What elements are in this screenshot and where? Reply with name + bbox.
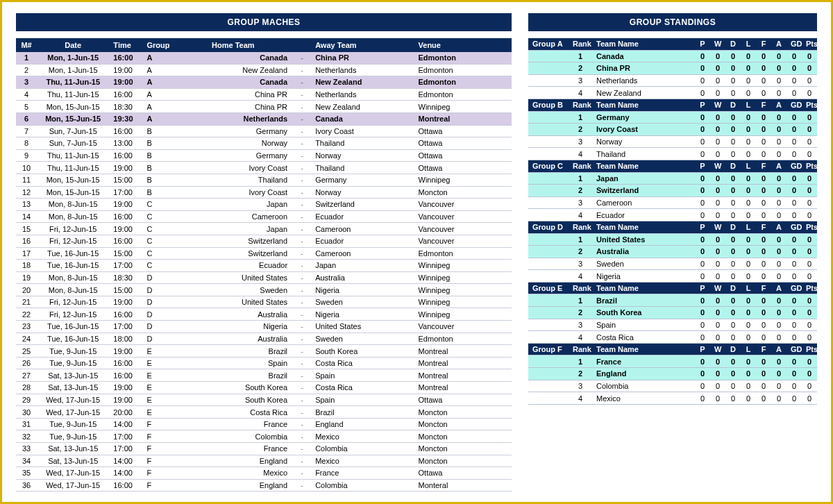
match-num: 30 <box>16 406 37 419</box>
match-group: C <box>142 247 173 260</box>
stat-gd: 0 <box>786 246 802 258</box>
match-date: Fri, 12-Jun-15 <box>37 296 109 308</box>
dash-icon: - <box>293 369 311 382</box>
stat-a: 0 <box>771 307 786 319</box>
venue: Vancouver <box>414 199 512 211</box>
venue: Winnipeg <box>414 260 512 272</box>
venue: Moncton <box>414 418 512 430</box>
dash-icon: - <box>293 112 311 125</box>
col-dash <box>293 38 311 52</box>
rank: 1 <box>569 50 592 62</box>
venue: Winnipeg <box>414 308 512 321</box>
stat-pts: 0 <box>802 62 817 75</box>
away-team: Netherlands <box>311 64 414 76</box>
col-d: D <box>725 38 741 50</box>
col-away: Away Team <box>311 38 414 52</box>
stat-w: 0 <box>710 380 725 392</box>
match-num: 21 <box>16 296 37 308</box>
home-team: Ivory Coast <box>174 162 293 174</box>
col-p: P <box>695 160 710 172</box>
stat-f: 0 <box>756 258 771 270</box>
col-f: F <box>756 99 771 111</box>
stat-gd: 0 <box>786 392 802 405</box>
table-row: 34Sat, 13-Jun-1514:00FEngland-MexicoMonc… <box>16 455 512 467</box>
standings-row: 3Colombia00000000 <box>528 380 817 392</box>
team-name: Canada <box>592 50 695 62</box>
col-a: A <box>771 221 786 233</box>
standings-row: 4Costa Rica00000000 <box>528 331 817 344</box>
stat-gd: 0 <box>786 368 802 380</box>
table-row: 28Sat, 13-Jun-1519:00ESouth Korea-Costa … <box>16 382 512 394</box>
table-row: 27Sat, 13-Jun-1516:00EBrazil-SpainMontre… <box>16 369 512 382</box>
rank: 1 <box>569 172 592 185</box>
stat-d: 0 <box>725 111 741 124</box>
blank <box>528 74 569 87</box>
stat-w: 0 <box>710 294 725 307</box>
rank: 3 <box>569 135 592 148</box>
venue: Montreal <box>414 357 512 369</box>
match-time: 17:00 <box>109 321 142 333</box>
home-team: Thailand <box>174 174 293 186</box>
stat-l: 0 <box>741 294 756 307</box>
away-team: England <box>311 418 414 430</box>
col-p: P <box>695 282 710 294</box>
match-group: F <box>142 430 173 443</box>
match-date: Mon, 1-Jun-15 <box>37 64 109 76</box>
blank <box>528 368 569 380</box>
stat-a: 0 <box>771 135 786 148</box>
blank <box>528 270 569 283</box>
stat-l: 0 <box>741 196 756 209</box>
match-group: B <box>142 125 173 137</box>
rank: 2 <box>569 185 592 197</box>
home-team: Ecuador <box>174 260 293 272</box>
blank <box>528 258 569 270</box>
match-time: 16:00 <box>109 479 142 492</box>
stat-f: 0 <box>756 62 771 75</box>
venue: Winnipeg <box>414 101 512 113</box>
table-row: 21Fri, 12-Jun-1519:00DUnited States-Swed… <box>16 296 512 308</box>
col-pts: Pts <box>802 38 817 50</box>
away-team: China PR <box>311 52 414 64</box>
col-l: L <box>741 99 756 111</box>
stat-p: 0 <box>695 319 710 331</box>
match-time: 17:00 <box>109 430 142 443</box>
match-date: Thu, 11-Jun-15 <box>37 88 109 101</box>
rank: 2 <box>569 307 592 319</box>
match-num: 29 <box>16 394 37 406</box>
stat-pts: 0 <box>802 368 817 380</box>
dash-icon: - <box>293 479 311 492</box>
match-num: 34 <box>16 455 37 467</box>
stat-f: 0 <box>756 185 771 197</box>
table-row: 18Tue, 16-Jun-1517:00CEcuador-JapanWinni… <box>16 260 512 272</box>
stat-d: 0 <box>725 62 741 75</box>
rank: 4 <box>569 209 592 221</box>
stat-l: 0 <box>741 233 756 246</box>
table-row: 20Mon, 8-Jun-1515:00DSweden-NigeriaWinni… <box>16 284 512 296</box>
table-row: 30Wed, 17-Jun-1520:00ECosta Rica-BrazilM… <box>16 406 512 419</box>
table-row: 32Tue, 9-Jun-1517:00FColombia-MexicoMonc… <box>16 430 512 443</box>
col-rank: Rank <box>569 221 592 233</box>
match-num: 31 <box>16 418 37 430</box>
col-time: Time <box>109 38 142 52</box>
table-row: 17Tue, 16-Jun-1515:00CSwitzerland-Camero… <box>16 247 512 260</box>
match-time: 13:00 <box>109 137 142 150</box>
stat-pts: 0 <box>802 148 817 160</box>
match-time: 19:00 <box>109 394 142 406</box>
venue: Montreal <box>414 112 512 125</box>
col-rank: Rank <box>569 38 592 50</box>
stat-w: 0 <box>710 196 725 209</box>
stat-gd: 0 <box>786 294 802 307</box>
team-name: Japan <box>592 172 695 185</box>
match-date: Tue, 9-Jun-15 <box>37 357 109 369</box>
col-pts: Pts <box>802 282 817 294</box>
stat-p: 0 <box>695 270 710 283</box>
table-row: 19Mon, 8-Jun-1518:30DUnited States-Austr… <box>16 271 512 284</box>
standings-row: 1Germany00000000 <box>528 111 817 124</box>
stat-l: 0 <box>741 172 756 185</box>
stat-a: 0 <box>771 392 786 405</box>
match-date: Thu, 11-Jun-15 <box>37 149 109 162</box>
stat-pts: 0 <box>802 74 817 87</box>
match-date: Sat, 13-Jun-15 <box>37 455 109 467</box>
match-date: Mon, 8-Jun-15 <box>37 210 109 223</box>
away-team: New Zealand <box>311 76 414 89</box>
